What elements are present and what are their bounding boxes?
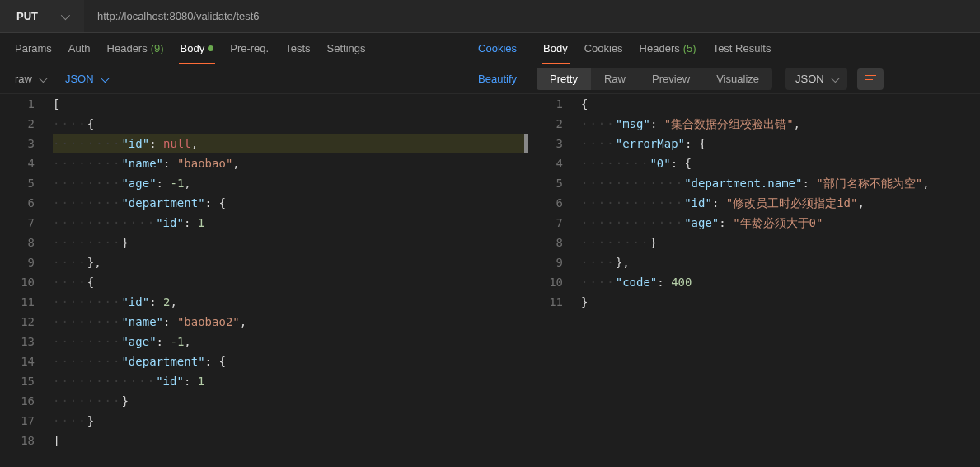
request-editor-pane: 123456789101112131415161718 [····{······… [0, 94, 528, 467]
tab-auth[interactable]: Auth [60, 33, 99, 64]
response-code[interactable]: {····"msg": "集合数据分组校验出错",····"errorMap":… [574, 94, 980, 467]
chevron-down-icon [39, 73, 48, 82]
res-tab-test-results[interactable]: Test Results [705, 33, 780, 64]
response-editor[interactable]: 1234567891011 {····"msg": "集合数据分组校验出错",·… [528, 94, 980, 467]
url-input[interactable] [84, 0, 980, 32]
res-tab-body[interactable]: Body [535, 33, 576, 64]
tab-prereq[interactable]: Pre-req. [222, 33, 277, 64]
res-tab-headers[interactable]: Headers (5) [631, 33, 705, 64]
tab-tests[interactable]: Tests [277, 33, 318, 64]
chevron-down-icon [830, 73, 839, 82]
headers-count: (9) [151, 42, 164, 54]
body-type-select[interactable]: raw [8, 73, 52, 85]
sub-bar: raw JSON Beautify Pretty Raw Preview Vis… [0, 64, 980, 94]
view-pretty[interactable]: Pretty [537, 68, 591, 90]
tab-headers[interactable]: Headers (9) [99, 33, 172, 64]
chevron-down-icon [100, 73, 109, 82]
view-visualize[interactable]: Visualize [703, 68, 772, 90]
chevron-down-icon [61, 10, 70, 19]
response-tabs: Body Cookies Headers (5) Test Results [528, 33, 980, 64]
body-lang-select[interactable]: JSON [59, 73, 114, 85]
res-headers-count: (5) [683, 42, 696, 54]
request-tabs: Params Auth Headers (9) Body Pre-req. Te… [0, 33, 528, 64]
line-gutter: 123456789101112131415161718 [0, 94, 46, 467]
view-raw[interactable]: Raw [591, 68, 639, 90]
response-sub-bar: Pretty Raw Preview Visualize JSON [528, 64, 980, 93]
wrap-icon [865, 74, 876, 84]
tab-params[interactable]: Params [7, 33, 60, 64]
http-method-label: PUT [16, 10, 38, 22]
tab-body[interactable]: Body [172, 33, 223, 64]
tabs-row: Params Auth Headers (9) Body Pre-req. Te… [0, 33, 980, 64]
request-code[interactable]: [····{········"id": null,········"name":… [46, 94, 528, 467]
tab-settings[interactable]: Settings [319, 33, 374, 64]
request-bar: PUT [0, 0, 980, 33]
beautify-link[interactable]: Beautify [478, 73, 517, 85]
res-tab-cookies[interactable]: Cookies [576, 33, 631, 64]
request-sub-bar: raw JSON Beautify [0, 64, 528, 93]
line-gutter: 1234567891011 [528, 94, 574, 467]
response-editor-pane: 1234567891011 {····"msg": "集合数据分组校验出错",·… [528, 94, 980, 467]
cookies-link[interactable]: Cookies [478, 42, 517, 54]
request-editor[interactable]: 123456789101112131415161718 [····{······… [0, 94, 528, 467]
http-method-select[interactable]: PUT [0, 0, 84, 32]
wrap-lines-button[interactable] [857, 68, 884, 90]
editor-split: 123456789101112131415161718 [····{······… [0, 94, 980, 467]
view-preview[interactable]: Preview [639, 68, 703, 90]
response-lang-select[interactable]: JSON [785, 68, 847, 90]
response-view-tabs: Pretty Raw Preview Visualize [537, 68, 772, 90]
modified-dot-icon [208, 45, 213, 51]
